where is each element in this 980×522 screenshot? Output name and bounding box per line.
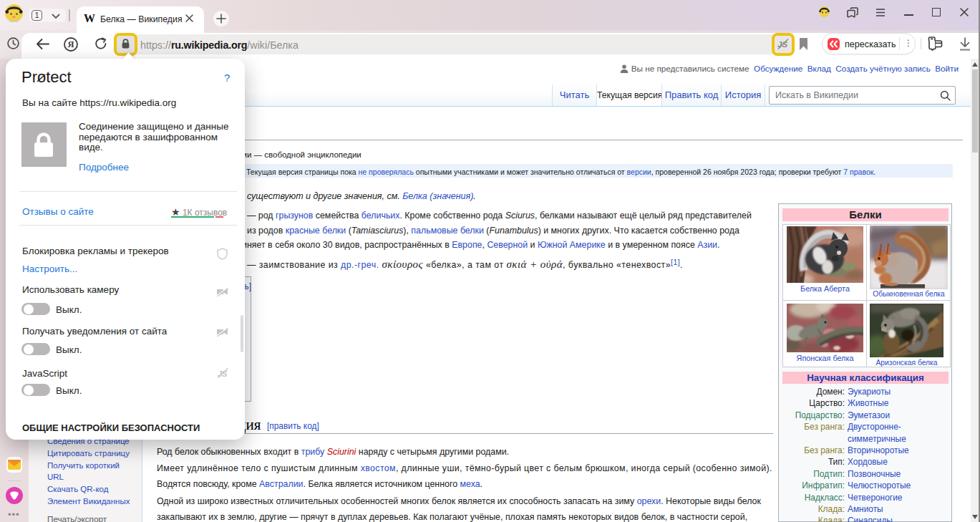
svg-text:Я: Я	[67, 39, 74, 49]
